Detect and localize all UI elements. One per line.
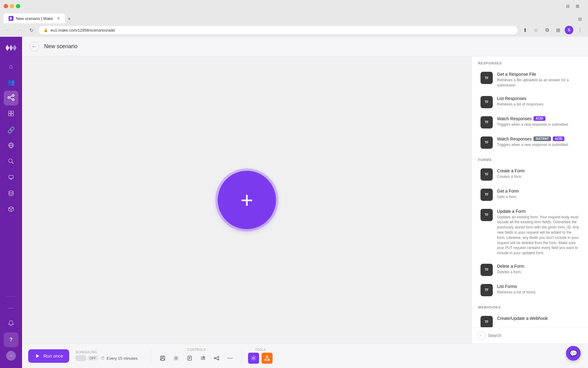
maximize-traffic-light[interactable] bbox=[16, 4, 20, 8]
search-back-btn[interactable]: ← bbox=[477, 331, 485, 340]
sidebar-item-notifications[interactable] bbox=[4, 316, 18, 331]
sidebar-item-packages[interactable] bbox=[4, 202, 18, 217]
panel-item-title: Delete a Form bbox=[497, 264, 579, 269]
save-btn[interactable] bbox=[157, 353, 168, 364]
tools-gear-btn[interactable] bbox=[248, 353, 259, 364]
more-icon: ⋯ bbox=[8, 305, 14, 311]
panel-item-get-form[interactable]: TF Get a Form Gets a form. bbox=[474, 185, 586, 205]
run-once-label: Run once bbox=[43, 353, 63, 358]
sidebar-logo[interactable] bbox=[5, 42, 17, 54]
run-once-btn[interactable]: Run once bbox=[28, 349, 69, 363]
panel-item-icon: TF bbox=[481, 136, 493, 149]
panel-item-get-response-file[interactable]: TF Get a Response File Retrieves a file … bbox=[474, 68, 586, 92]
panel-item-update-form[interactable]: TF Update a Form Updates an existing for… bbox=[474, 205, 586, 259]
tools-label: TOOLS bbox=[255, 348, 266, 351]
main-header: ← New scenario bbox=[22, 37, 588, 56]
tools-network-btn[interactable] bbox=[262, 353, 273, 364]
right-panel: RESPONSES TF Get a Response File Retriev… bbox=[472, 56, 588, 343]
extensions-btn[interactable]: ⧉ bbox=[543, 26, 551, 34]
bookmark-btn[interactable]: ☆ bbox=[532, 26, 540, 34]
bottom-bar: Run once SCHEDULING OFF ⏱ Every 15 minut… bbox=[22, 343, 588, 368]
chat-widget[interactable]: 💬 bbox=[566, 346, 581, 361]
browser-menu-btn[interactable]: ⊞ bbox=[554, 26, 562, 34]
panel-item-desc: Updates an existing form. Your request b… bbox=[497, 215, 579, 256]
svg-line-20 bbox=[11, 208, 13, 209]
svg-line-3 bbox=[10, 96, 12, 97]
svg-point-32 bbox=[228, 358, 229, 359]
svg-rect-7 bbox=[9, 114, 11, 116]
panel-item-list-responses[interactable]: TF List Responses Retrieves a list of re… bbox=[474, 92, 586, 112]
sidebar-item-search[interactable] bbox=[4, 155, 18, 169]
svg-rect-14 bbox=[9, 175, 13, 178]
svg-point-17 bbox=[9, 191, 13, 193]
tab-close-btn[interactable]: ✕ bbox=[57, 16, 60, 21]
panel-item-desc: Triggers when a new response is submitte… bbox=[497, 142, 579, 148]
back-to-scenarios-btn[interactable]: ← bbox=[29, 42, 39, 52]
svg-line-40 bbox=[267, 357, 269, 359]
settings-btn[interactable] bbox=[171, 353, 182, 364]
typeform-icon: TF bbox=[485, 76, 488, 80]
globe-icon bbox=[8, 142, 14, 150]
minimize-traffic-light[interactable] bbox=[10, 4, 14, 8]
panel-item-content: Watch Responses ACID Triggers when a new… bbox=[497, 116, 579, 127]
svg-line-19 bbox=[9, 208, 11, 209]
sidebar-item-avatar[interactable]: ○ bbox=[4, 348, 18, 363]
panel-item-title: List Responses bbox=[497, 96, 579, 101]
sidebar-item-datastores[interactable] bbox=[4, 186, 18, 201]
panel-item-content: Create a Form Creates a form. bbox=[497, 168, 579, 179]
active-tab[interactable]: New scenario | Make ✕ bbox=[4, 13, 65, 23]
address-text: eu1.make.com/12858/scenarios/add bbox=[51, 28, 115, 33]
svg-rect-6 bbox=[11, 111, 13, 113]
add-module-btn[interactable]: + bbox=[218, 171, 276, 229]
panel-item-delete-form[interactable]: TF Delete a Form Deletes a form. bbox=[474, 260, 586, 280]
section-header-responses: RESPONSES bbox=[472, 56, 588, 67]
more-btn[interactable]: ⋮ bbox=[576, 26, 584, 34]
sidebar-item-templates[interactable] bbox=[4, 107, 18, 121]
window-maximize-btn[interactable]: ⊞ bbox=[573, 2, 582, 10]
browser-titlebar: ⊟ ⊞ bbox=[0, 0, 588, 12]
clock-icon: ⏱ bbox=[100, 356, 105, 361]
panel-item-content: Update a Form Updates an existing form. … bbox=[497, 209, 579, 256]
panel-item-watch-responses-acid[interactable]: TF Watch Responses ACID Triggers when a … bbox=[474, 113, 586, 132]
notes-btn[interactable] bbox=[184, 353, 195, 364]
sidebar-item-team[interactable]: 👥 bbox=[4, 75, 18, 90]
share-btn[interactable]: ⬆ bbox=[521, 26, 529, 34]
panel-item-title: Watch Responses INSTANT ACID bbox=[497, 136, 579, 141]
refresh-btn[interactable]: ↻ bbox=[27, 26, 36, 34]
auto-align-btn[interactable] bbox=[198, 353, 209, 364]
schedule-toggle[interactable] bbox=[75, 355, 86, 361]
routing-btn[interactable] bbox=[211, 353, 222, 364]
panel-item-desc: Retrieves a list of forms. bbox=[497, 290, 579, 295]
back-btn[interactable]: ← bbox=[4, 26, 12, 34]
close-traffic-light[interactable] bbox=[4, 4, 8, 8]
panel-item-title: Update a Form bbox=[497, 209, 579, 214]
svg-point-35 bbox=[253, 357, 254, 359]
panel-item-content: List Forms Retrieves a list of forms. bbox=[497, 284, 579, 295]
team-icon: 👥 bbox=[7, 79, 15, 86]
panel-item-watch-responses-instant[interactable]: TF Watch Responses INSTANT ACID Triggers… bbox=[474, 133, 586, 152]
profile-btn[interactable]: S bbox=[565, 26, 573, 34]
sidebar-item-home[interactable]: ⌂ bbox=[4, 59, 18, 74]
more-controls-btn[interactable] bbox=[224, 353, 236, 364]
panel-item-list-forms[interactable]: TF List Forms Retrieves a list of forms. bbox=[474, 280, 586, 300]
sidebar-item-webhooks[interactable] bbox=[4, 139, 18, 153]
sidebar-item-help[interactable]: ? bbox=[4, 332, 18, 347]
sidebar-item-connections[interactable] bbox=[4, 91, 18, 105]
panel-item-desc: Creates a form. bbox=[497, 174, 579, 179]
new-tab-btn[interactable]: + bbox=[65, 15, 74, 23]
panel-item-content: List Responses Retrieves a list of respo… bbox=[497, 96, 579, 107]
sidebar-toggle-btn[interactable]: ⊟ bbox=[576, 15, 584, 23]
forward-btn[interactable]: → bbox=[15, 26, 24, 34]
svg-point-24 bbox=[175, 357, 177, 359]
panel-item-create-form[interactable]: TF Create a Form Creates a form. bbox=[474, 165, 586, 184]
sidebar-item-more[interactable]: ⋯ bbox=[4, 301, 18, 315]
svg-point-36 bbox=[266, 356, 268, 357]
panel-item-icon: TF bbox=[481, 116, 493, 128]
search-input[interactable] bbox=[488, 333, 583, 338]
sidebar-item-keys[interactable]: 🔗 bbox=[4, 123, 18, 137]
sidebar-item-device[interactable] bbox=[4, 171, 18, 185]
scenario-canvas: + bbox=[22, 56, 472, 343]
address-bar[interactable]: 🔒 eu1.make.com/12858/scenarios/add bbox=[39, 26, 518, 34]
window-minimize-btn[interactable]: ⊟ bbox=[564, 2, 572, 10]
svg-point-12 bbox=[9, 159, 12, 163]
